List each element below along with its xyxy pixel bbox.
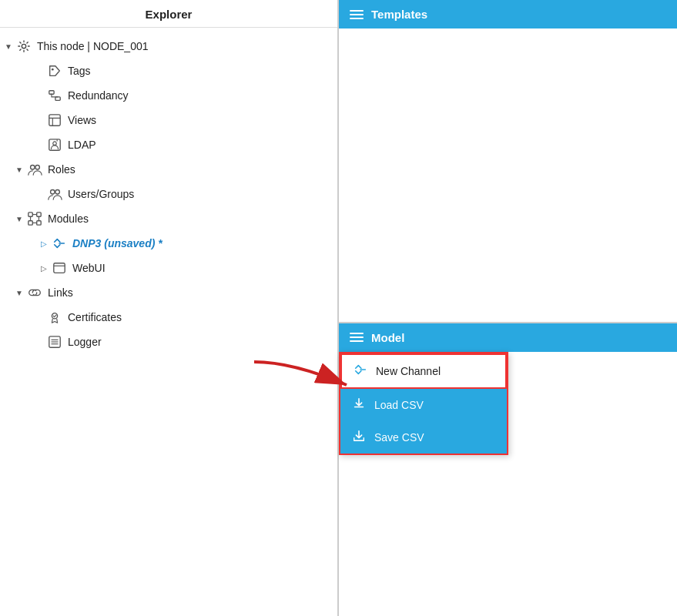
dropdown-icon-new-channel [353,363,368,380]
tree-icon-logger [46,333,63,350]
dropdown-item-new-channel[interactable]: New Channel [340,353,507,389]
explorer-tree: ▼ This node | NODE_001 Tags Redundancy V… [0,28,337,360]
tree-icon-views [46,112,63,129]
tree-item-modules[interactable]: ▼ Modules [0,206,337,231]
tree-arrow-roles: ▼ [14,164,25,175]
model-section: Model New Channel Load CSV Save CSV [339,323,677,617]
tree-arrow-logger [34,336,45,347]
tree-icon-users-groups [46,186,63,203]
tree-arrow-node-root: ▼ [3,41,14,52]
svg-rect-21 [54,263,65,273]
svg-rect-4 [49,115,60,126]
tree-label-modules: Modules [48,213,89,225]
dropdown-item-save-csv[interactable]: Save CSV [340,421,507,454]
svg-point-23 [52,313,57,319]
tree-icon-roles [26,161,43,178]
svg-point-11 [55,190,59,194]
templates-body [339,28,677,323]
svg-point-10 [51,190,55,194]
tree-arrow-ldap [34,139,45,150]
explorer-panel: Explorer ▼ This node | NODE_001 Tags Red… [0,0,339,616]
tree-icon-redundancy [46,87,63,104]
dropdown-icon-load-csv [351,397,367,413]
svg-rect-12 [28,213,32,216]
tree-label-tags: Tags [68,65,91,77]
dropdown-label-new-channel: New Channel [376,365,441,377]
tree-arrow-webui: ▷ [39,263,49,273]
tree-item-redundancy[interactable]: Redundancy [0,83,337,108]
model-title: Model [371,331,404,344]
tree-item-users-groups[interactable]: Users/Groups [0,182,337,206]
tree-arrow-tags [34,65,45,76]
svg-point-1 [52,69,54,71]
svg-rect-2 [49,91,54,95]
tree-icon-links [26,284,43,301]
svg-rect-3 [55,97,60,101]
tree-arrow-dnp3: ▷ [39,238,49,249]
model-body: New Channel Load CSV Save CSV [339,352,677,617]
tree-arrow-users-groups [34,189,45,199]
dropdown-item-load-csv[interactable]: Load CSV [340,389,507,421]
tree-item-views[interactable]: Views [0,108,337,132]
svg-rect-13 [37,213,41,216]
tree-item-dnp3[interactable]: ▷ DNP3 (unsaved) * [0,231,337,256]
tree-icon-modules [26,210,43,227]
model-dropdown: New Channel Load CSV Save CSV [339,352,508,455]
tree-label-node-root: This node | NODE_001 [37,40,149,52]
tree-item-roles[interactable]: ▼ Roles [0,157,337,182]
tree-icon-webui [51,259,68,276]
tree-label-redundancy: Redundancy [68,89,129,102]
right-panel: Templates Model New Channel Load CSV Sav… [339,0,677,616]
dropdown-icon-save-csv [351,429,367,446]
explorer-title: Explorer [146,8,193,21]
tree-arrow-links: ▼ [14,287,25,298]
tree-arrow-redundancy [34,90,45,101]
tree-label-logger: Logger [68,336,102,348]
tree-label-roles: Roles [48,163,75,176]
tree-item-node-root[interactable]: ▼ This node | NODE_001 [0,34,337,59]
tree-icon-tags [46,62,63,79]
tree-item-certs[interactable]: Certificates [0,305,337,330]
svg-point-6 [53,142,57,146]
tree-item-logger[interactable]: Logger [0,330,337,354]
tree-label-dnp3: DNP3 (unsaved) * [72,237,163,249]
tree-arrow-certs [34,312,45,323]
tree-arrow-views [34,115,45,126]
svg-point-9 [35,166,39,169]
tree-label-webui: WebUI [72,262,106,274]
tree-label-ldap: LDAP [68,139,96,151]
explorer-header: Explorer [0,0,337,28]
svg-point-8 [31,166,35,169]
tree-icon-certs [46,309,63,326]
svg-point-0 [22,44,25,48]
templates-title: Templates [371,8,427,21]
tree-label-users-groups: Users/Groups [68,188,134,200]
tree-label-certs: Certificates [68,311,122,323]
tree-icon-node-root [15,38,32,55]
tree-item-webui[interactable]: ▷ WebUI [0,256,337,280]
dropdown-label-save-csv: Save CSV [374,431,424,444]
model-header: Model [339,323,677,352]
model-menu-icon[interactable] [350,333,364,342]
tree-icon-ldap [46,136,63,153]
tree-label-links: Links [48,286,73,299]
tree-icon-dnp3 [51,235,68,252]
tree-label-views: Views [68,114,96,126]
svg-rect-14 [28,221,32,225]
templates-menu-icon[interactable] [350,10,364,19]
tree-item-ldap[interactable]: LDAP [0,132,337,157]
tree-item-tags[interactable]: Tags [0,59,337,83]
svg-rect-15 [37,221,41,225]
dropdown-label-load-csv: Load CSV [374,399,424,411]
tree-item-links[interactable]: ▼ Links [0,280,337,305]
templates-header: Templates [339,0,677,28]
tree-arrow-modules: ▼ [14,213,25,224]
